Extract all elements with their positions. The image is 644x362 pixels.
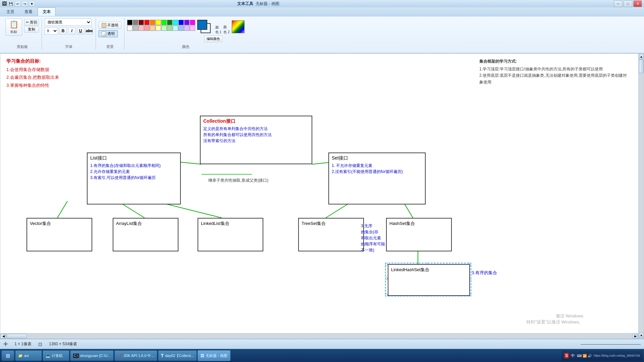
taskbar-item-cmd[interactable]: C:\ shungyuan [C:\U... — [70, 350, 114, 361]
rainbow-swatch[interactable] — [232, 20, 245, 33]
swatch-green[interactable] — [167, 20, 172, 25]
swatch-lightcyan[interactable] — [173, 25, 178, 31]
bold-button[interactable]: B — [59, 27, 67, 35]
tab-home[interactable]: 主页 — [1, 7, 19, 16]
title-label: 无标题 - 画图 — [256, 1, 279, 7]
tab-view[interactable]: 查看 — [19, 7, 38, 16]
taskbar-item-avi[interactable]: 📁 avi — [15, 350, 42, 361]
v-scroll-thumb[interactable] — [639, 60, 644, 73]
swatch-midgreen[interactable] — [167, 25, 172, 31]
right-notes: 集合框架的学习方式: 1.学习顶层:学习顶层接口/抽象类中共性的方法,所有的子类… — [479, 58, 630, 85]
swatch-darkred[interactable] — [139, 20, 144, 25]
swatch-lightmagenta[interactable] — [190, 25, 195, 31]
arraylist-node[interactable]: ArrayList集合 — [113, 218, 178, 251]
swatch-magenta[interactable] — [190, 20, 195, 25]
svg-line-5 — [57, 201, 67, 218]
redo-btn[interactable]: ↪ — [22, 1, 28, 6]
color1-swatch[interactable] — [197, 20, 207, 30]
swatch-lavender[interactable] — [184, 25, 190, 31]
hashset-note: 3.无序 的集合(存 和取出元素 的顺序有可能 不一致) — [361, 223, 393, 253]
swatch-gray[interactable] — [133, 20, 138, 25]
cut-button[interactable]: ✂ 剪切 — [24, 19, 39, 25]
swatch-orange[interactable] — [150, 20, 155, 25]
font-size-select[interactable]: 9 — [45, 27, 58, 35]
taskbar-item-day02[interactable]: T day02【Collecti... — [158, 350, 197, 361]
swatch-pink2[interactable] — [144, 25, 150, 31]
inherit-label: 继承子类共性抽取,形成父类(接口) — [208, 178, 268, 183]
cursor-size-label: 1 × 1像素 — [14, 341, 32, 347]
color-section: 颜色 1 颜色 2 编辑颜色 颜色 — [124, 18, 247, 50]
close-btn[interactable]: ✕ — [633, 0, 642, 7]
watermark: 激活 Windows 转到"设置"以激活 Windows。 — [526, 313, 583, 325]
linkedlist-node[interactable]: LinkedList集合 — [198, 218, 263, 251]
swatch-black[interactable] — [127, 20, 132, 25]
taskbar-item-computer[interactable]: 💻 计算机 — [43, 350, 69, 361]
goals-text: 1.会使用集合存储数据 2.会遍历集合,把数据取出来 3.掌握每种集合的特性 — [6, 66, 59, 89]
swatch-silver[interactable] — [133, 25, 138, 31]
maximize-btn[interactable]: □ — [624, 0, 632, 7]
swatch-purple[interactable] — [184, 20, 190, 25]
list-node[interactable]: List接口 1.有序的集合(存储和取出元素顺序相同) 2.允许存储重复的元素 … — [87, 153, 181, 204]
taskbar-item-paint[interactable]: 🖼 无标题 - 画图 — [198, 350, 230, 361]
color-section-label: 颜色 — [182, 44, 190, 49]
transparent-btn[interactable]: 透明 — [99, 30, 118, 37]
background-label: 背景 — [106, 44, 114, 49]
zoom-label: ───────────────────── — [581, 342, 641, 347]
cursor-icon: ✛ — [3, 341, 8, 347]
underline-button[interactable]: U — [77, 27, 84, 35]
svg-rect-14 — [385, 294, 387, 296]
canvas-size-label: 1360 × 534像素 — [49, 341, 77, 347]
qa-dropdown-btn[interactable]: ▼ — [29, 1, 35, 6]
background-section: 不透明 透明 背景 — [96, 18, 124, 50]
swatch-white[interactable] — [127, 25, 132, 31]
swatch-lightgreen[interactable] — [161, 25, 167, 31]
app-icon: 🖼 — [2, 1, 7, 6]
clipboard-label: 剪贴板 — [17, 44, 28, 49]
system-tray: S 中 ⌨ 📶 🔊 https://blog.csdn.net/qq_38592… — [561, 350, 643, 361]
swatch-peach[interactable] — [150, 25, 155, 31]
color1-label: 颜色 1 — [215, 25, 221, 35]
svg-rect-18 — [385, 278, 387, 280]
undo-btn[interactable]: ↩ — [15, 1, 21, 6]
swatch-lime[interactable] — [161, 20, 167, 25]
font-label: 字体 — [65, 44, 72, 49]
tray-icons: ⌨ 📶 🔊 — [577, 354, 592, 358]
swatch-lightblue[interactable] — [178, 25, 184, 31]
clipboard-section: 📋 粘贴 ✂ 剪切 复制 剪贴板 — [3, 18, 42, 50]
hashset-node[interactable]: HashSet集合 — [386, 218, 452, 251]
swatch-cyan[interactable] — [173, 20, 178, 25]
goals-title: 学习集合的目标: — [6, 58, 41, 64]
font-section: 微软雅黑 9 B I U abc 字体 — [42, 18, 96, 50]
font-select[interactable]: 微软雅黑 — [45, 18, 92, 26]
lang-zh-label[interactable]: 中 — [571, 353, 575, 359]
ime-s-icon[interactable]: S — [564, 353, 569, 358]
copy-button[interactable]: 复制 — [24, 26, 39, 33]
linkedhashset-note: 3.有序的集合 — [472, 270, 497, 276]
svg-rect-12 — [385, 263, 387, 265]
edit-color-btn[interactable]: 编辑颜色 — [204, 36, 222, 42]
swatch-lightyellow[interactable] — [156, 25, 161, 31]
minimize-btn[interactable]: ─ — [614, 0, 623, 7]
collection-node[interactable]: Collection接口 定义的是所有单列集合中共性的方法 所有的单列集合都可以… — [200, 116, 312, 164]
swatch-yellow[interactable] — [156, 20, 161, 25]
opaque-btn[interactable]: 不透明 — [99, 22, 121, 29]
start-button[interactable]: ⊞ — [1, 350, 14, 361]
italic-button[interactable]: I — [68, 27, 75, 35]
color2-label: 颜色 2 — [223, 25, 229, 34]
paste-button[interactable]: 📋 粘贴 — [5, 18, 22, 36]
swatch-red[interactable] — [144, 20, 150, 25]
url-label: https://blog.csdn.net/qq_38592706 — [594, 354, 640, 357]
taskbar-item-jdk[interactable]: ❓ JDK API 1.6.0 中... — [114, 350, 157, 361]
swatch-blue[interactable] — [178, 20, 184, 25]
linkedhashset-node[interactable]: LinkedHashSet集合 — [388, 264, 470, 296]
canvas-size-icon: ⊡ — [38, 342, 42, 347]
set-node[interactable]: Set接口 1. 不允许存储重复元素 2.没有索引(不能使用普通的for循环遍历… — [328, 153, 426, 204]
treeset-node[interactable]: TreeSet集合 — [298, 218, 364, 251]
swatch-pink1[interactable] — [139, 25, 144, 31]
app-name-label: 文本工具 — [237, 1, 253, 7]
h-scroll-thumb[interactable] — [7, 334, 27, 339]
strikethrough-button[interactable]: abc — [86, 27, 93, 35]
vector-node[interactable]: Vector集合 — [26, 218, 92, 251]
save-quick-btn[interactable]: 💾 — [8, 1, 14, 6]
tab-text[interactable]: 文本 — [38, 7, 56, 16]
